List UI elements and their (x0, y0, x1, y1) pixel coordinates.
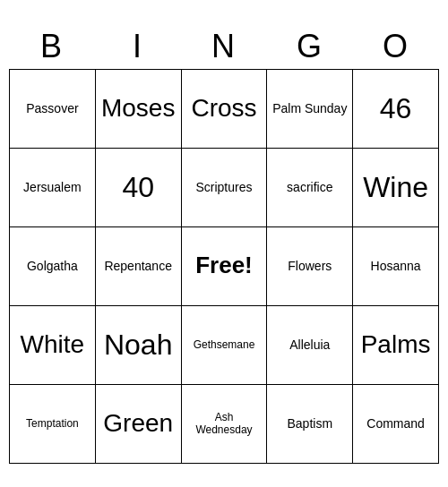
bingo-cell: 46 (353, 70, 439, 149)
cell-text: Passover (26, 101, 78, 116)
cell-text: Moses (101, 93, 175, 124)
bingo-cell: 40 (96, 149, 182, 227)
cell-text: Wine (363, 170, 428, 204)
bingo-cell: Noah (96, 306, 182, 385)
bingo-cell: Ash Wednesday (182, 385, 268, 464)
cell-text: Baptism (288, 416, 333, 431)
bingo-card: BINGO PassoverMosesCrossPalm Sunday46Jer… (9, 24, 439, 464)
bingo-cell: Palms (353, 306, 439, 385)
bingo-cell: Alleluia (267, 306, 353, 385)
cell-text: Temptation (26, 417, 79, 430)
cell-text: Free! (195, 252, 253, 279)
bingo-cell: Passover (10, 70, 96, 149)
header-letter: I (95, 24, 181, 69)
bingo-cell: Jersualem (10, 149, 96, 227)
cell-text: Flowers (288, 259, 332, 274)
bingo-cell: sacrifice (267, 149, 353, 227)
cell-text: Command (366, 416, 425, 431)
bingo-grid: PassoverMosesCrossPalm Sunday46Jersualem… (9, 69, 439, 464)
bingo-cell: Moses (96, 70, 182, 149)
bingo-cell: Green (96, 385, 182, 464)
cell-text: Cross (191, 93, 256, 124)
bingo-cell: Gethsemane (182, 306, 268, 385)
cell-text: Gethsemane (194, 338, 255, 351)
cell-text: Hosanna (371, 259, 421, 274)
cell-text: 40 (122, 170, 154, 204)
cell-text: Palm Sunday (272, 101, 347, 116)
cell-text: sacrifice (287, 180, 332, 195)
cell-text: Alleluia (289, 337, 330, 353)
bingo-cell: Golgatha (10, 227, 96, 306)
cell-text: Noah (104, 328, 173, 362)
header-letter: N (181, 24, 267, 69)
cell-text: Repentance (104, 259, 172, 274)
bingo-cell: Baptism (267, 385, 353, 464)
header-letter: O (353, 24, 439, 69)
bingo-cell: Command (353, 385, 439, 464)
bingo-cell: Scriptures (182, 149, 268, 227)
bingo-cell: Cross (182, 70, 268, 149)
header-letter: G (267, 24, 353, 69)
cell-text: Jersualem (23, 180, 82, 195)
bingo-cell: White (10, 306, 96, 385)
cell-text: Scriptures (195, 180, 252, 195)
cell-text: 46 (380, 91, 412, 125)
bingo-cell: Temptation (10, 385, 96, 464)
cell-text: Green (103, 408, 173, 439)
cell-text: White (21, 329, 85, 360)
cell-text: Palms (361, 329, 431, 360)
bingo-header: BINGO (9, 24, 439, 69)
cell-text: Ash Wednesday (185, 411, 263, 437)
cell-text: Golgatha (27, 259, 78, 274)
header-letter: B (9, 24, 95, 69)
bingo-cell: Repentance (96, 227, 182, 306)
bingo-cell: Palm Sunday (267, 70, 353, 149)
bingo-cell: Wine (353, 149, 439, 227)
bingo-cell: Hosanna (353, 227, 439, 306)
bingo-cell: Flowers (267, 227, 353, 306)
bingo-cell: Free! (182, 227, 268, 306)
